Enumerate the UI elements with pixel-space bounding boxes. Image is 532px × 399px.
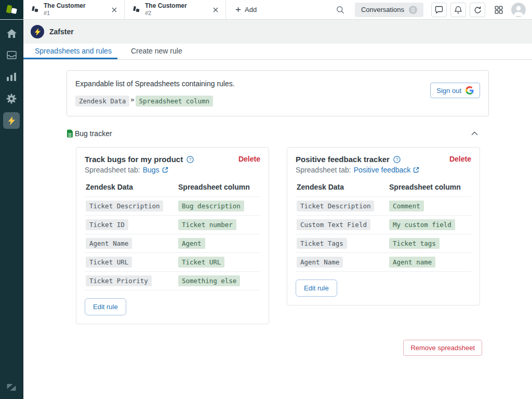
edit-rule-button[interactable]: Edit rule (296, 280, 337, 297)
refresh-icon (473, 6, 482, 14)
mapping-row: Agent Name Agent (85, 234, 260, 253)
remove-spreadsheet-button[interactable]: Remove spreadsheet (403, 340, 482, 356)
spreadsheet-group-header[interactable]: Bug tracker (66, 129, 489, 138)
tab-create-new-rule[interactable]: Create new rule (129, 44, 184, 59)
rule-title: Positive feedback tracker (296, 155, 390, 164)
mapping-legend: Zendesk Data » Spreadsheet column (75, 96, 480, 107)
ticket-icon (32, 6, 39, 14)
info-box: Expandable list of Spreadsheets containi… (66, 70, 489, 116)
google-icon (466, 86, 474, 95)
brand-logo-icon (6, 4, 18, 16)
mapping-row: Ticket Priority Something else (85, 272, 260, 290)
app-sidebar (0, 20, 23, 399)
app-title: Zafster (49, 28, 74, 36)
spreadsheet-tab-link[interactable]: Positive feedback (354, 166, 420, 174)
rule-cards: Track bugs for my product ? Delete Sprea… (66, 147, 489, 324)
app-header: Zafster (23, 20, 532, 44)
sign-out-button[interactable]: Sign out (430, 83, 480, 98)
chat-bubble-icon (435, 6, 443, 14)
zafster-app-icon (31, 25, 44, 38)
apps-grid-icon[interactable] (493, 4, 505, 16)
conversations-count-badge: 0 (409, 6, 417, 14)
mapping-row: Ticket ID Ticket number (85, 216, 260, 234)
sidebar-item-views[interactable] (3, 47, 20, 63)
sidebar-item-home[interactable] (3, 25, 20, 42)
info-description: Expandable list of Spreadsheets containi… (75, 79, 480, 88)
spreadsheet-tab-link[interactable]: Bugs (143, 166, 168, 174)
user-avatar[interactable] (511, 3, 526, 17)
help-icon[interactable]: ? (393, 156, 401, 163)
close-tab-icon[interactable] (211, 5, 220, 15)
sign-out-label: Sign out (436, 87, 461, 95)
gear-icon (6, 94, 17, 104)
ticket-tab-number: #1 (44, 10, 86, 17)
bell-icon (454, 6, 462, 14)
tab-spreadsheets-and-rules[interactable]: Spreadsheets and rules (23, 44, 117, 59)
sidebar-item-settings[interactable] (3, 90, 20, 107)
ticket-tab-title: The Customer (145, 2, 187, 10)
mapping-row: Ticket Description Comment (296, 197, 471, 216)
target-pill: Spreadsheet column (136, 96, 213, 107)
mapping-row: Ticket Description Bug description (85, 197, 260, 216)
ticket-icon (133, 6, 140, 14)
spreadsheet-tab-label: Spreadsheet tab: (296, 166, 351, 174)
collapse-chevron-up-icon[interactable] (470, 130, 480, 137)
edit-rule-button[interactable]: Edit rule (85, 298, 126, 315)
delete-rule-button[interactable]: Delete (238, 155, 260, 163)
mapping-table: Zendesk Data Spreadsheet column Ticket D… (296, 183, 471, 272)
spreadsheet-icon (66, 129, 73, 138)
conversations-button[interactable]: Conversations 0 (355, 3, 423, 17)
ticket-tab-number: #2 (145, 10, 187, 17)
plus-icon (235, 7, 241, 12)
zendesk-agent-workspace: The Customer #1 The Customer #2 Add (0, 0, 532, 399)
column-header-target: Spreadsheet column (389, 183, 471, 191)
zendesk-logo[interactable] (6, 383, 17, 394)
column-header-source: Zendesk Data (86, 183, 178, 191)
spreadsheet-tab-label: Spreadsheet tab: (85, 166, 140, 174)
refresh-button[interactable] (470, 3, 485, 17)
ticket-tab-1[interactable]: The Customer #1 (23, 0, 125, 19)
sidebar-item-zafster-app[interactable] (3, 112, 20, 129)
app-tab-bar: Spreadsheets and rules Create new rule (23, 44, 532, 60)
bar-chart-icon (7, 73, 16, 81)
column-header-source: Zendesk Data (297, 183, 389, 191)
source-pill: Zendesk Data (75, 96, 129, 107)
topbar-controls: Conversations 0 (333, 0, 532, 19)
rule-title: Track bugs for my product (85, 155, 183, 164)
search-icon[interactable] (333, 3, 348, 17)
svg-text:?: ? (396, 157, 398, 162)
views-icon (7, 51, 17, 59)
add-label: Add (245, 6, 257, 14)
rule-card-bug-tracker: Track bugs for my product ? Delete Sprea… (76, 147, 269, 324)
ticket-tab-title: The Customer (44, 2, 86, 10)
mapping-arrow: » (130, 96, 134, 103)
ticket-tab-2[interactable]: The Customer #2 (125, 0, 226, 19)
external-link-icon (413, 167, 419, 173)
notifications-button[interactable] (450, 3, 466, 17)
external-link-icon (162, 167, 168, 173)
spreadsheet-name: Bug tracker (75, 129, 112, 138)
sidebar-item-reports[interactable] (3, 69, 20, 85)
spreadsheet-actions: Remove spreadsheet (66, 340, 489, 356)
mapping-row: Ticket URL Ticket URL (85, 253, 260, 272)
messages-button[interactable] (431, 3, 447, 17)
help-icon[interactable]: ? (187, 156, 194, 163)
content-area: Expandable list of Spreadsheets containi… (23, 60, 532, 356)
mapping-row: Ticket Tags Ticket tags (296, 234, 471, 253)
delete-rule-button[interactable]: Delete (449, 155, 471, 163)
main-panel: Zafster Spreadsheets and rules Create ne… (23, 20, 532, 399)
top-bar: The Customer #1 The Customer #2 Add (0, 0, 532, 20)
lightning-bolt-icon (8, 116, 16, 125)
product-logo[interactable] (0, 0, 23, 19)
mapping-table: Zendesk Data Spreadsheet column Ticket D… (85, 183, 260, 290)
mapping-row: Custom Text Field My custom field (296, 216, 471, 234)
rule-card-positive-feedback: Positive feedback tracker ? Delete Sprea… (287, 147, 480, 305)
close-tab-icon[interactable] (110, 5, 119, 15)
svg-text:?: ? (189, 157, 192, 162)
add-tab-button[interactable]: Add (226, 0, 266, 19)
conversations-label: Conversations (361, 6, 404, 14)
column-header-target: Spreadsheet column (178, 183, 260, 191)
mapping-row: Agent Name Agent name (296, 253, 471, 272)
home-icon (7, 29, 17, 38)
